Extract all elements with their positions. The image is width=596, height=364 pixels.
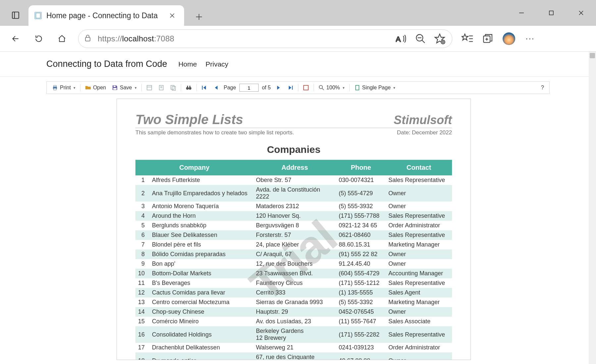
vertical-scrollbar[interactable] [589,52,596,364]
first-page-button[interactable] [199,83,210,93]
print-icon [52,85,58,91]
page-number-input[interactable] [239,84,259,92]
svg-marker-45 [215,86,218,90]
table-row: 5Berglunds snabbköpBerguvsvägen 80921-12… [135,221,452,230]
table-row: 17Drachenblut DelikatessenWalserweg 2102… [135,343,452,352]
folder-open-icon [85,85,91,91]
bookmarks-icon [146,85,152,91]
report-date: Date: December 2022 [397,129,452,136]
window-maximize-button[interactable] [536,0,566,26]
report-brand: Stimulsoft [394,113,452,127]
svg-rect-30 [114,86,116,87]
svg-rect-41 [187,86,188,87]
parameters-icon [158,85,164,91]
address-text: https://localhost:7088 [98,34,174,43]
app-title: Connecting to Data from Code [46,59,167,69]
save-icon [112,85,118,91]
address-bar[interactable]: https://localhost:7088 A [78,29,452,48]
app-header: Connecting to Data from Code Home Privac… [0,52,596,77]
new-tab-button[interactable] [193,11,205,23]
browser-tab-active[interactable]: Home page - Connecting to Data [28,5,184,26]
favorites-list-icon[interactable] [462,33,473,44]
prev-page-button[interactable] [211,83,222,93]
svg-rect-31 [113,88,117,90]
window-titlebar: Home page - Connecting to Data [0,0,596,26]
svg-text:A: A [396,34,401,43]
svg-marker-44 [203,86,206,90]
table-row: 15Comércio MineiroAv. dos Lusíadas, 23(1… [135,317,452,326]
svg-marker-20 [462,34,468,40]
col-phone: Phone [336,160,386,175]
chevron-down-icon: ▾ [74,86,75,90]
report-section-title: Companies [135,144,452,155]
svg-rect-28 [54,85,56,87]
browser-navbar: https://localhost:7088 A ··· [0,26,596,52]
table-row: 4Around the Horn120 Hanover Sq.(171) 555… [135,211,452,221]
page-content: Connecting to Data from Code Home Privac… [0,52,596,364]
last-page-button[interactable] [285,83,296,93]
svg-rect-43 [202,86,203,90]
resources-button[interactable] [168,83,179,93]
svg-rect-7 [549,11,553,15]
svg-rect-11 [85,37,90,41]
fullscreen-icon [303,85,309,91]
svg-rect-37 [171,85,174,89]
open-button[interactable]: Open [82,83,109,93]
print-button[interactable]: Print▾ [49,83,78,93]
page-of-label: of 5 [261,85,272,91]
report-subtitle: This sample demonstrates how to create t… [135,129,294,136]
table-row: 1Alfreds FutterkisteObere Str. 57030-007… [135,175,452,185]
prev-page-icon [213,85,219,91]
zoom-icon [319,85,324,91]
zoom-button[interactable]: 100%▾ [316,83,347,93]
tab-close-button[interactable] [168,11,177,20]
single-page-icon [354,85,360,91]
svg-marker-47 [289,86,291,90]
report-toolbar: Print▾ Open Save▾ Page of 5 [46,81,550,94]
chevron-down-icon: ▾ [135,86,137,90]
view-mode-button[interactable]: Single Page▾ [352,83,398,93]
nav-link-privacy[interactable]: Privacy [206,60,228,68]
more-menu-button[interactable]: ··· [524,33,536,44]
svg-rect-52 [356,85,359,90]
svg-point-50 [319,85,323,89]
col-address: Address [253,160,336,175]
table-row: 2Ana Trujillo Emparedados y heladosAvda.… [135,185,452,202]
read-aloud-icon[interactable]: A [396,33,407,44]
report-title: Two Simple Lists [135,112,243,127]
next-page-button[interactable] [273,83,284,93]
nav-link-home[interactable]: Home [178,60,197,68]
collections-icon[interactable] [482,33,493,44]
svg-rect-49 [304,85,308,90]
table-row: 16Consolidated HoldingsBerkeley Gardens … [135,326,452,343]
parameters-button[interactable] [156,83,167,93]
bookmarks-button[interactable] [144,83,155,93]
help-button[interactable]: ? [538,83,547,93]
nav-home-button[interactable] [52,29,72,48]
window-close-button[interactable] [566,0,596,26]
table-row: 3Antonio Moreno TaqueríaMataderos 2312(5… [135,202,452,211]
nav-refresh-button[interactable] [29,29,48,48]
tab-overview-button[interactable] [7,7,24,23]
svg-rect-38 [172,86,175,90]
table-row: 14Chop-suey ChineseHauptstr. 290452-0765… [135,307,452,317]
first-page-icon [201,85,207,91]
save-button[interactable]: Save▾ [109,83,139,93]
svg-rect-48 [292,86,293,90]
zoom-out-icon[interactable] [415,33,426,44]
find-button[interactable] [183,83,194,93]
report-table: Company Address Phone Contact 1Alfreds F… [135,160,452,360]
tab-favicon [34,12,42,19]
lock-icon [84,34,91,43]
favorite-add-icon[interactable] [434,33,445,44]
fullscreen-button[interactable] [300,83,312,93]
nav-back-button[interactable] [6,29,25,48]
col-company: Company [135,160,253,175]
profile-avatar[interactable] [503,32,515,45]
window-minimize-button[interactable] [507,0,536,26]
svg-rect-42 [189,86,190,87]
resources-icon [170,85,176,91]
table-row: 12Cactus Comidas para llevarCerrito 333(… [135,288,452,297]
svg-line-14 [422,40,425,43]
svg-line-51 [322,88,324,90]
